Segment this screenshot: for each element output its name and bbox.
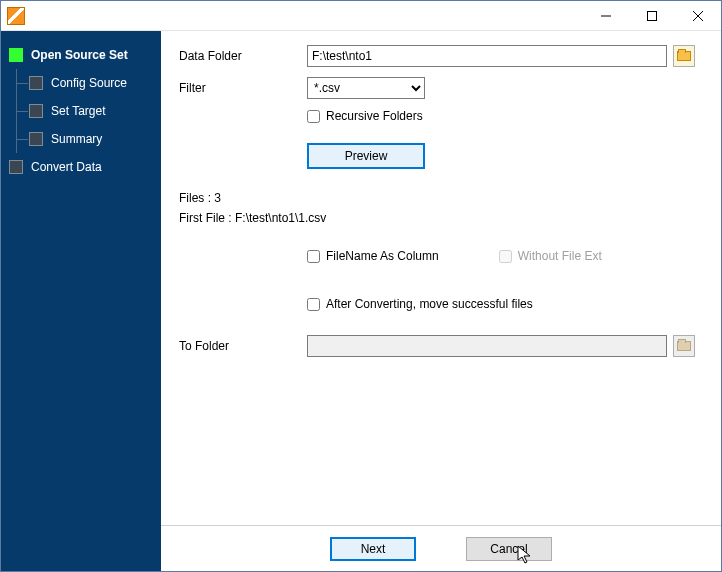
wizard-footer: Next Cancel (161, 525, 721, 571)
app-icon (7, 7, 25, 25)
data-folder-input[interactable] (307, 45, 667, 67)
folder-icon (677, 51, 691, 61)
cancel-button[interactable]: Cancel (466, 537, 552, 561)
nav-step-marker (9, 48, 23, 62)
maximize-button[interactable] (629, 1, 675, 31)
nav-open-source-set[interactable]: Open Source Set (1, 41, 161, 69)
nav-label: Set Target (51, 104, 105, 118)
minimize-button[interactable] (583, 1, 629, 31)
nav-label: Summary (51, 132, 102, 146)
without-ext-wrap: Without File Ext (499, 249, 602, 263)
without-ext-label: Without File Ext (518, 249, 602, 263)
nav-config-source[interactable]: Config Source (1, 69, 161, 97)
browse-data-folder-button[interactable] (673, 45, 695, 67)
nav-label: Config Source (51, 76, 127, 90)
without-ext-checkbox (499, 250, 512, 263)
wizard-sidebar: Open Source Set Config Source Set Target… (1, 31, 161, 571)
nav-convert-data[interactable]: Convert Data (1, 153, 161, 181)
nav-set-target[interactable]: Set Target (1, 97, 161, 125)
next-button[interactable]: Next (330, 537, 416, 561)
close-icon (693, 11, 703, 21)
nav-step-marker (29, 104, 43, 118)
preview-button[interactable]: Preview (307, 143, 425, 169)
minimize-icon (601, 11, 611, 21)
folder-icon (677, 341, 691, 351)
move-successful-checkbox[interactable] (307, 298, 320, 311)
nav-step-marker (29, 132, 43, 146)
svg-rect-1 (648, 11, 657, 20)
nav-step-marker (29, 76, 43, 90)
filter-combo[interactable]: *.csv (307, 77, 425, 99)
nav-label: Open Source Set (31, 48, 128, 62)
app-window: Open Source Set Config Source Set Target… (0, 0, 722, 572)
move-successful-label: After Converting, move successful files (326, 297, 533, 311)
first-file-text: First File : F:\test\nto1\1.csv (179, 211, 703, 225)
nav-summary[interactable]: Summary (1, 125, 161, 153)
filter-label: Filter (179, 81, 307, 95)
recursive-folders-checkbox[interactable] (307, 110, 320, 123)
maximize-icon (647, 11, 657, 21)
filename-as-column-wrap[interactable]: FileName As Column (307, 249, 439, 263)
browse-to-folder-button (673, 335, 695, 357)
titlebar (1, 1, 721, 31)
to-folder-label: To Folder (179, 339, 307, 353)
files-count-text: Files : 3 (179, 191, 703, 205)
close-button[interactable] (675, 1, 721, 31)
to-folder-input (307, 335, 667, 357)
recursive-folders-label: Recursive Folders (326, 109, 423, 123)
nav-step-marker (9, 160, 23, 174)
data-folder-label: Data Folder (179, 49, 307, 63)
filename-as-column-label: FileName As Column (326, 249, 439, 263)
nav-label: Convert Data (31, 160, 102, 174)
content-pane: Data Folder Filter *.csv (161, 31, 721, 571)
filename-as-column-checkbox[interactable] (307, 250, 320, 263)
